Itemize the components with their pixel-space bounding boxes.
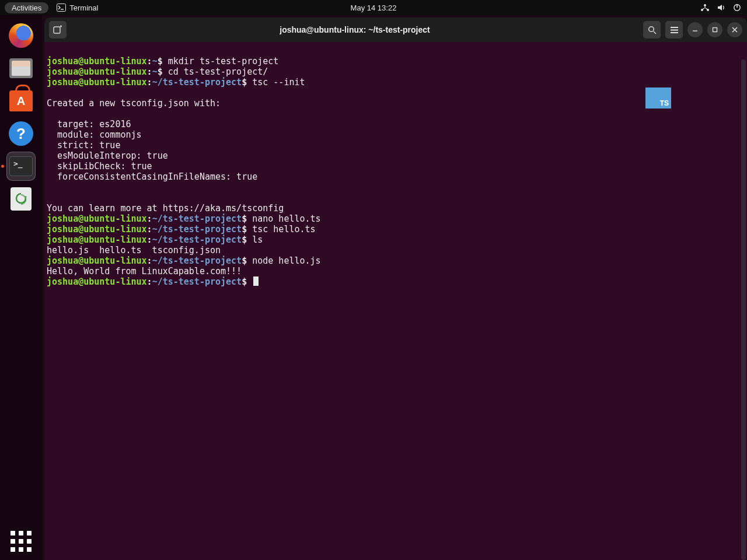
- show-applications[interactable]: [0, 531, 42, 552]
- cmd-line: node hello.js: [252, 256, 320, 266]
- new-tab-icon: [53, 25, 62, 34]
- search-button[interactable]: [643, 21, 661, 38]
- output-line: You can learn more at https://aka.ms/tsc…: [47, 203, 284, 214]
- window-title: joshua@ubuntu-linux: ~/ts-test-project: [67, 25, 643, 34]
- help-icon: ?: [9, 121, 33, 146]
- cmd-line: tsc --init: [252, 77, 305, 88]
- clock[interactable]: May 14 13:22: [351, 4, 397, 12]
- svg-point-7: [648, 26, 654, 32]
- activities-button[interactable]: Activities: [5, 2, 48, 13]
- close-button[interactable]: [727, 22, 742, 37]
- maximize-icon: [712, 27, 718, 33]
- network-icon[interactable]: [700, 4, 710, 12]
- output-line: hello.js hello.ts tsconfig.json: [47, 245, 221, 256]
- svg-line-8: [654, 32, 656, 34]
- dock: ?: [0, 15, 42, 560]
- cmd-line: cd ts-test-project/: [168, 66, 268, 77]
- volume-icon[interactable]: [717, 4, 726, 12]
- maximize-button[interactable]: [707, 22, 722, 37]
- minimize-button[interactable]: [687, 22, 703, 37]
- dock-trash[interactable]: [6, 184, 36, 214]
- output-line: esModuleInterop: true: [47, 150, 168, 161]
- terminal-output[interactable]: joshua@ubuntu-linux:~$ mkdir ts-test-pro…: [44, 42, 747, 560]
- ts-file-badge: TS: [645, 88, 671, 108]
- dock-files[interactable]: [6, 54, 36, 83]
- cmd-line: mkdir ts-test-project: [168, 56, 279, 66]
- output-line: skipLibCheck: true: [47, 161, 152, 172]
- svg-rect-13: [713, 28, 717, 32]
- output-line: Hello, World from LinuxCapable.com!!!: [47, 266, 242, 276]
- output-line: module: commonjs: [47, 130, 142, 140]
- svg-point-1: [704, 4, 706, 6]
- output-line: Created a new tsconfig.json with:: [47, 98, 221, 108]
- apps-grid-icon: [11, 531, 32, 552]
- top-bar: Activities Terminal May 14 13:22: [0, 0, 747, 15]
- search-icon: [648, 26, 657, 34]
- cmd-line: tsc hello.ts: [252, 224, 315, 235]
- scrollbar[interactable]: [741, 60, 746, 560]
- cursor: [253, 276, 259, 286]
- files-icon: [9, 58, 33, 78]
- prompt-user: joshua@ubuntu-linux: [47, 56, 147, 66]
- terminal-icon: [57, 4, 66, 12]
- system-tray[interactable]: [700, 4, 741, 12]
- dock-terminal[interactable]: [6, 152, 36, 181]
- topbar-app-indicator[interactable]: Terminal: [57, 4, 98, 12]
- terminal-icon: [9, 156, 33, 176]
- prompt-path: ~: [152, 56, 158, 66]
- close-icon: [732, 27, 738, 33]
- title-bar[interactable]: joshua@ubuntu-linux: ~/ts-test-project: [44, 18, 747, 42]
- new-tab-button[interactable]: [49, 21, 67, 38]
- cmd-line: ls: [252, 235, 263, 245]
- terminal-window: joshua@ubuntu-linux: ~/ts-test-project j…: [44, 18, 747, 560]
- software-center-icon: [9, 90, 33, 111]
- power-icon[interactable]: [733, 4, 741, 12]
- dock-software[interactable]: [6, 86, 36, 116]
- topbar-app-label: Terminal: [69, 4, 98, 12]
- menu-button[interactable]: [665, 21, 683, 38]
- minimize-icon: [692, 27, 698, 33]
- output-line: target: es2016: [47, 119, 131, 130]
- hamburger-icon: [670, 26, 679, 34]
- firefox-icon: [9, 23, 33, 48]
- trash-icon: [11, 187, 32, 211]
- svg-rect-6: [54, 27, 60, 33]
- dock-help[interactable]: ?: [6, 119, 36, 148]
- output-line: forceConsistentCasingInFileNames: true: [47, 172, 257, 182]
- output-line: strict: true: [47, 140, 120, 150]
- cmd-line: nano hello.ts: [252, 214, 320, 224]
- svg-rect-0: [57, 4, 66, 12]
- dock-firefox[interactable]: [6, 21, 36, 50]
